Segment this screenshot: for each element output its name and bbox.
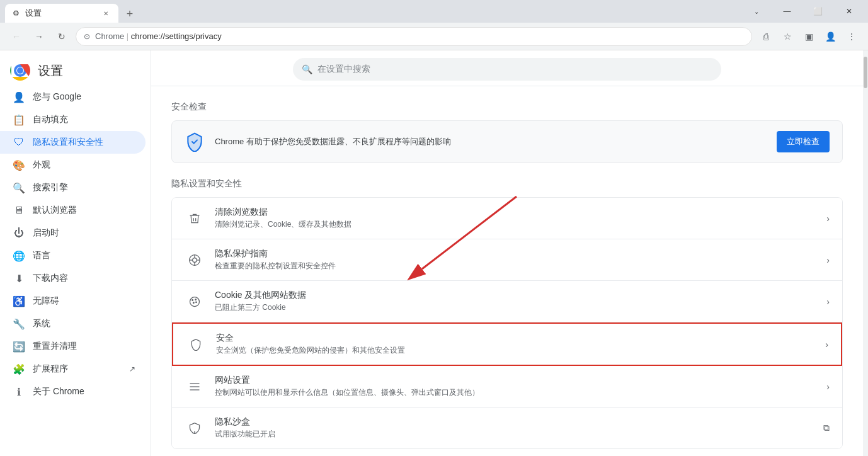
safety-description-text: Chrome 有助于保护您免受数据泄露、不良扩展程序等问题的影响 [215,137,451,146]
sidebar-item-startup[interactable]: ⏻启动时 [0,222,146,244]
settings-item-security[interactable]: 安全安全浏览（保护您免受危险网站的侵害）和其他安全设置› [172,322,842,366]
chevron-button[interactable]: ⌄ [742,3,770,20]
cookies-content: Cookie 及其他网站数据已阻止第三方 Cookie [215,290,816,313]
external-link-icon: ↗ [129,365,135,373]
settings-item-site-settings[interactable]: 网站设置控制网站可以使用和显示什么信息（如位置信息、摄像头、弹出式窗口及其他）› [172,366,842,408]
settings-item-clear-browsing[interactable]: 清除浏览数据清除浏览记录、Cookie、缓存及其他数据› [172,198,842,239]
sidebar-item-label-extensions: 扩展程序 [33,363,122,375]
settings-item-sandbox[interactable]: 隐私沙盒试用版功能已开启⧉ [172,408,842,448]
safety-section-title: 安全检查 [171,101,843,113]
security-content: 安全安全浏览（保护您免受危险网站的侵害）和其他安全设置 [216,333,815,356]
privacy-section-title: 隐私设置和安全性 [171,178,843,190]
sidebar-item-label-reset: 重置并清理 [33,341,135,352]
cookies-arrow-icon: › [826,297,830,307]
toolbar: ← → ↻ ⊙ Chrome | chrome://settings/priva… [0,23,868,50]
profile-icon[interactable]: 👤 [821,28,839,45]
autofill-nav-icon: 📋 [13,114,25,126]
sidebar-item-label-privacy: 隐私设置和安全性 [33,137,135,148]
back-button[interactable]: ← [8,28,25,45]
clear-browsing-arrow-icon: › [826,214,830,224]
security-title: 安全 [216,333,815,344]
site-settings-content: 网站设置控制网站可以使用和显示什么信息（如位置信息、摄像头、弹出式窗口及其他） [215,375,816,398]
scrollbar-thumb[interactable] [864,57,867,88]
new-tab-button[interactable]: + [121,5,139,23]
privacy-guide-content: 隐私保护指南检查重要的隐私控制设置和安全控件 [215,248,816,271]
active-tab[interactable]: ⚙ 设置 ✕ [5,4,118,23]
tab-menu-icon[interactable]: ▣ [800,28,818,45]
right-scrollbar[interactable] [863,50,868,456]
privacy-nav-icon: 🛡 [13,137,25,148]
privacy-guide-icon [185,250,205,270]
sandbox-content: 隐私沙盒试用版功能已开启 [215,416,813,440]
appearance-nav-icon: 🎨 [13,159,25,171]
sidebar-item-privacy[interactable]: 🛡隐私设置和安全性 [0,131,146,154]
content-area: 安全检查 Chrome 有助于保护您免受数据泄露、不良扩展程序等问题的影响 立即… [151,86,863,456]
address-bar[interactable]: ⊙ Chrome | chrome://settings/privacy [76,27,752,46]
sidebar-item-appearance[interactable]: 🎨外观 [0,154,146,176]
search-icon: 🔍 [302,64,312,74]
sidebar-item-browser[interactable]: 🖥默认浏览器 [0,199,146,222]
search-bar[interactable]: 🔍 在设置中搜索 [293,58,721,81]
sidebar-item-label-downloads: 下载内容 [33,273,135,284]
cookies-icon [185,292,205,312]
address-url: chrome://settings/privacy [131,31,222,41]
safety-description: Chrome 有助于保护您免受数据泄露、不良扩展程序等问题的影响 [215,136,767,147]
sidebar-item-label-language: 语言 [33,250,135,261]
restore-button[interactable]: ⬜ [804,3,832,20]
address-security-icon: ⊙ [84,32,90,41]
settings-list: 清除浏览数据清除浏览记录、Cookie、缓存及其他数据›隐私保护指南检查重要的隐… [171,197,843,449]
share-icon[interactable]: ⎙ [757,28,775,45]
clear-browsing-icon [185,208,205,229]
sidebar-item-autofill[interactable]: 📋自动填充 [0,108,146,131]
safety-shield-icon [185,132,205,152]
clear-browsing-subtitle: 清除浏览记录、Cookie、缓存及其他数据 [215,219,816,230]
privacy-guide-arrow-icon: › [826,255,830,265]
more-icon[interactable]: ⋮ [843,28,860,45]
sidebar-item-downloads[interactable]: ⬇下载内容 [0,267,146,290]
settings-item-cookies[interactable]: Cookie 及其他网站数据已阻止第三方 Cookie› [172,281,842,322]
svg-point-14 [196,302,197,303]
settings-item-privacy-guide[interactable]: 隐私保护指南检查重要的隐私控制设置和安全控件› [172,239,842,281]
reload-button[interactable]: ↻ [53,28,71,45]
sidebar-item-label-google: 您与 Google [33,91,135,103]
tab-close-button[interactable]: ✕ [101,8,111,18]
svg-point-5 [193,258,197,262]
security-icon [186,334,206,355]
sidebar-item-about[interactable]: ℹ关于 Chrome [0,380,146,403]
sidebar-item-google[interactable]: 👤您与 Google [0,86,146,108]
sidebar-item-language[interactable]: 🌐语言 [0,244,146,267]
main-layout: 设置 👤您与 Google📋自动填充🛡隐私设置和安全性🎨外观🔍搜索引擎🖥默认浏览… [0,50,868,456]
svg-point-3 [17,67,23,74]
browser-nav-icon: 🖥 [13,205,25,216]
sidebar-item-reset[interactable]: 🔄重置并清理 [0,335,146,358]
privacy-guide-title: 隐私保护指南 [215,248,816,259]
bookmark-icon[interactable]: ☆ [779,28,796,45]
tab-title: 设置 [25,8,97,19]
svg-point-10 [190,297,200,306]
check-now-button[interactable]: 立即检查 [777,131,830,152]
sidebar-item-accessibility[interactable]: ♿无障碍 [0,290,146,312]
sidebar-item-label-accessibility: 无障碍 [33,295,135,307]
sidebar-items-container: 👤您与 Google📋自动填充🛡隐私设置和安全性🎨外观🔍搜索引擎🖥默认浏览器⏻启… [0,86,151,403]
sidebar-item-system[interactable]: 🔧系统 [0,312,146,335]
close-button[interactable]: ✕ [835,3,863,20]
toolbar-actions: ⎙ ☆ ▣ 👤 ⋮ [757,28,860,45]
forward-button[interactable]: → [30,28,48,45]
reset-nav-icon: 🔄 [13,341,25,353]
sandbox-external-icon: ⧉ [823,423,830,433]
clear-browsing-title: 清除浏览数据 [215,207,816,218]
search-input-placeholder: 在设置中搜索 [317,64,370,75]
sidebar-item-label-about: 关于 Chrome [33,386,135,397]
address-chrome-label: Chrome [95,31,124,41]
site-settings-title: 网站设置 [215,375,816,386]
sidebar-item-extensions[interactable]: 🧩扩展程序↗ [0,358,146,380]
system-nav-icon: 🔧 [13,318,25,330]
startup-nav-icon: ⏻ [13,227,25,239]
sidebar: 设置 👤您与 Google📋自动填充🛡隐私设置和安全性🎨外观🔍搜索引擎🖥默认浏览… [0,50,151,456]
cookies-title: Cookie 及其他网站数据 [215,290,816,301]
sidebar-item-search[interactable]: 🔍搜索引擎 [0,176,146,199]
search-nav-icon: 🔍 [13,182,25,194]
extensions-nav-icon: 🧩 [13,363,25,375]
sidebar-item-label-system: 系统 [33,318,135,329]
minimize-button[interactable]: — [773,3,801,20]
